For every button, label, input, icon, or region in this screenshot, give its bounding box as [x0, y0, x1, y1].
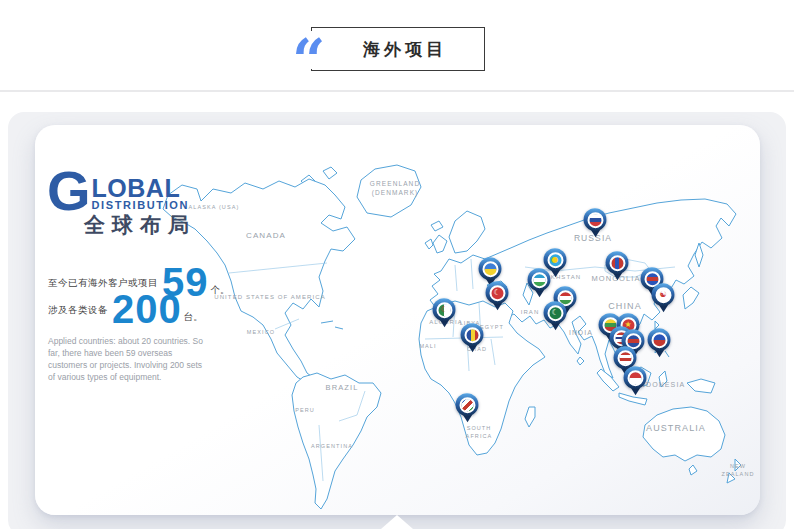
stat-projects-unit: 个。	[211, 284, 230, 299]
logo-chinese: 全球布局	[84, 213, 196, 237]
map-card: GREENLAND(DENMARK)ALASKA (USA)CANADAUNIT…	[35, 125, 760, 515]
map-pin-turkey: ☾	[486, 281, 509, 304]
map-pin-pakistan: ☾	[544, 301, 567, 324]
map-country-label: (DENMARK)	[372, 189, 419, 196]
map-pin-mongolia	[606, 251, 629, 274]
logo-initial: G	[47, 171, 91, 211]
map-pin-chad	[461, 323, 484, 346]
map-country-label: INDIA	[569, 329, 593, 336]
map-country-label: MEXICO	[247, 329, 275, 335]
map-pin-algeria: ☾	[433, 298, 456, 321]
stats-description: Applied countries: about 20 countries. S…	[48, 336, 210, 384]
map-country-label: NEW	[730, 463, 746, 469]
logo-wordmark: G LOBAL DISTRIBUTION	[47, 171, 196, 212]
stat-equipment-unit: 台。	[184, 311, 203, 326]
stat-equipment-value: 200	[112, 292, 182, 326]
map-pin-uzbekistan	[528, 268, 551, 291]
map-country-label: MALI	[419, 343, 436, 349]
map-country-label: ALASKA (USA)	[189, 204, 240, 210]
stat-equipment-label: 涉及各类设备	[48, 304, 108, 326]
map-country-label: AFRICA	[466, 433, 493, 439]
map-country-label: IRAN	[521, 309, 540, 315]
quote-icon: “	[290, 31, 334, 69]
global-distribution-logo: G LOBAL DISTRIBUTION 全球布局	[47, 171, 196, 237]
map-country-label: ARGENTINA	[311, 443, 353, 449]
map-pin-philippines	[648, 328, 671, 351]
logo-rest: LOBAL	[92, 177, 189, 199]
section-title: 海外项目	[349, 38, 447, 61]
map-country-label: CANADA	[246, 231, 286, 240]
section-title-box: “ 海外项目	[311, 27, 485, 71]
header-divider	[0, 90, 794, 92]
overseas-projects-section: “ 海外项目	[0, 0, 794, 529]
map-country-label: GREENLAND	[370, 180, 420, 187]
map-country-label: PERU	[295, 407, 315, 413]
stats-block: 至今已有海外客户或项目 59 个。 涉及各类设备 200 台。 Applied …	[48, 265, 233, 384]
map-pin-namibia	[456, 393, 479, 416]
map-pin-indonesia	[624, 366, 647, 389]
map-country-label: CHINA	[608, 301, 642, 311]
logo-subtitle: DISTRIBUTION	[92, 199, 189, 212]
map-country-label: SOUTH	[467, 425, 492, 431]
section-header: “ 海外项目	[0, 0, 794, 90]
map-pin-russia	[584, 208, 607, 231]
map-country-label: AUSTRALIA	[646, 423, 706, 433]
section-bottom-notch	[381, 515, 413, 529]
map-pin-ukraine	[479, 257, 502, 280]
map-pin-south-korea: ☯	[652, 283, 675, 306]
map-country-label: EGYPT	[480, 324, 504, 330]
map-country-label: ZEALAND	[721, 471, 754, 477]
map-country-label: BRAZIL	[326, 383, 359, 392]
